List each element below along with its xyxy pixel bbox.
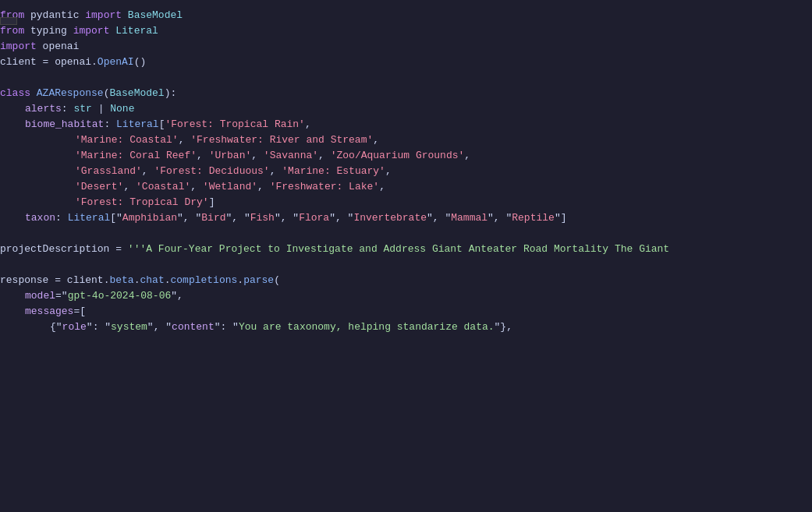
code-line-1: from pydantic import BaseModel (0, 8, 812, 23)
code-line-5: class AZAResponse(BaseModel): (0, 86, 812, 101)
code-line-18: {"role": "system", "content": "You are t… (0, 320, 812, 335)
code-line-12: 'Forest: Tropical Dry'] (0, 195, 812, 210)
execution-order-tooltip (0, 17, 17, 25)
code-line-13: taxon: Literal["Amphibian", "Bird", "Fis… (0, 210, 812, 226)
code-line-15: response = client.beta.chat.completions.… (0, 273, 812, 288)
code-line-3: import openai (0, 39, 812, 55)
code-line-7: biome_habitat: Literal['Forest: Tropical… (0, 117, 812, 132)
code-line-6: alerts: str | None (0, 101, 812, 117)
code-line-11: 'Desert', 'Coastal', 'Wetland', 'Freshwa… (0, 179, 812, 195)
code-line-17: messages=[ (0, 304, 812, 320)
code-line-4: client = openai.OpenAI() (0, 55, 812, 70)
code-editor: from pydantic import BaseModel from typi… (0, 0, 812, 343)
code-line-2: from typing import Literal (0, 23, 812, 39)
code-line-14: projectDescription = '''A Four-Year Proj… (0, 242, 812, 257)
code-line-9: 'Marine: Coral Reef', 'Urban', 'Savanna'… (0, 148, 812, 164)
code-line-blank1 (0, 70, 812, 86)
code-line-blank2 (0, 226, 812, 242)
code-line-10: 'Grassland', 'Forest: Deciduous', 'Marin… (0, 164, 812, 179)
code-line-blank3 (0, 257, 812, 273)
code-line-8: 'Marine: Coastal', 'Freshwater: River an… (0, 132, 812, 148)
code-line-16: model="gpt-4o-2024-08-06", (0, 288, 812, 304)
